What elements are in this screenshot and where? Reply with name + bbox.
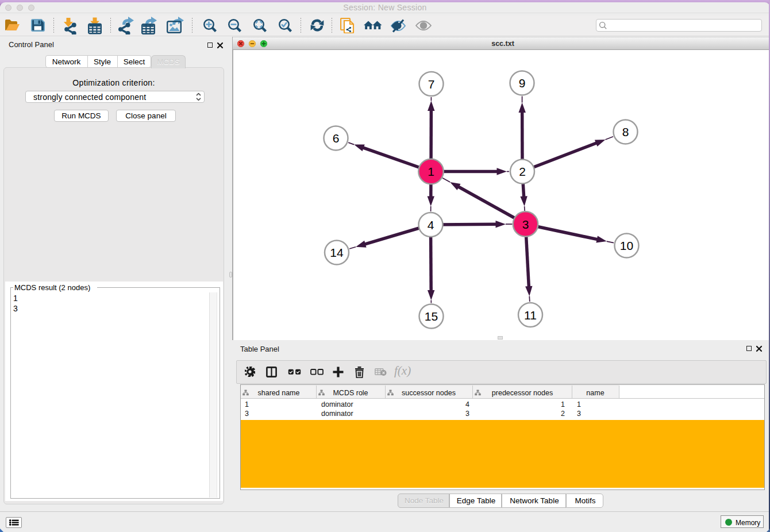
svg-text:2: 2 [519, 165, 526, 178]
svg-text:8: 8 [622, 125, 629, 138]
svg-text:14: 14 [330, 246, 344, 259]
svg-text:10: 10 [620, 239, 633, 252]
svg-text:1: 1 [428, 165, 434, 178]
svg-text:11: 11 [524, 309, 537, 322]
svg-text:4: 4 [428, 218, 434, 232]
svg-text:15: 15 [425, 310, 438, 323]
svg-text:3: 3 [522, 218, 529, 231]
svg-text:6: 6 [333, 132, 340, 145]
svg-text:7: 7 [428, 78, 435, 91]
svg-text:9: 9 [519, 76, 526, 90]
